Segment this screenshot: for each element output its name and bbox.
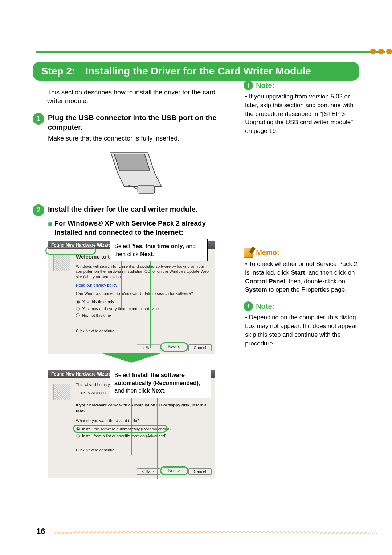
memo: Memo: To check whether or not Service Pa… — [244, 248, 359, 294]
wizard-dialog-2: Select Install the software automaticall… — [48, 370, 215, 478]
step-1-number-icon: 1 — [33, 113, 44, 125]
square-bullet-icon: ■ — [48, 219, 52, 237]
step-title: Installing the Driver for the Card Write… — [85, 65, 311, 77]
dialog-2-footer: < Back Next > Cancel — [48, 465, 215, 478]
cancel-button[interactable]: Cancel — [188, 344, 212, 351]
note-icon: ! — [244, 301, 253, 311]
next-button[interactable]: Next > — [163, 344, 185, 350]
svg-rect-3 — [138, 186, 154, 193]
radio-icon — [76, 427, 80, 431]
memo-text: To check whether or not Service Pack 2 i… — [245, 260, 359, 294]
callout-2-leader — [131, 396, 132, 455]
radio-icon — [76, 434, 80, 438]
radio-no[interactable]: No, not this time — [76, 313, 209, 318]
step-banner: Step 2: Installing the Driver for the Ca… — [33, 62, 359, 81]
svg-marker-1 — [117, 173, 161, 186]
note-2-label: Note: — [256, 302, 274, 311]
dialog-1-footer: < Back Next > Cancel — [48, 341, 215, 354]
right-column: ! Note: If you upgrading from version 5.… — [244, 81, 359, 355]
page-number: 16 — [36, 527, 45, 536]
privacy-link[interactable]: Read our privacy policy — [76, 283, 117, 287]
next-button[interactable]: Next > — [163, 467, 185, 474]
callout-2: Select Install the software automaticall… — [110, 368, 211, 398]
wizard-dialog-1: Select Yes, this time only, and then cli… — [48, 241, 215, 363]
svg-marker-2 — [114, 154, 150, 171]
note-1-text: If you upgrading from version 5.02 or la… — [245, 92, 359, 135]
radio-list[interactable]: Install from a list or specific location… — [76, 433, 209, 439]
radio-yes-always[interactable]: Yes, now and every time I connect a devi… — [76, 306, 209, 312]
note-icon: ! — [244, 81, 253, 90]
note-1-label: Note: — [256, 81, 274, 90]
dialog-1-continue: Click Next to continue. — [76, 328, 209, 334]
cancel-button[interactable]: Cancel — [188, 468, 212, 475]
step-1-title: Plug the USB connector into the USB port… — [48, 113, 229, 132]
laptop-illustration — [97, 149, 166, 197]
wizard-icon — [53, 255, 70, 271]
dialog-2-continue: Click Next to continue. — [76, 447, 209, 453]
back-button[interactable]: < Back — [137, 344, 160, 351]
footer-deco: ◇◇◇◇◇◇◇◇◇◇◇◇◇◇◇◇◇◇◇◇◇◇◇◇◇◇◇◇◇◇◇◇◇◇◇◇◇◇◇◇… — [54, 530, 377, 534]
memo-icon — [244, 248, 253, 258]
radio-auto[interactable]: Install the software automatically (Reco… — [76, 426, 209, 432]
wizard-icon — [53, 384, 70, 400]
step-2-subheading: ■ For Windows® XP with Service Pack 2 al… — [48, 219, 229, 237]
dialog-1-question: Can Windows connect to Windows Update to… — [76, 291, 209, 296]
radio-yes-once[interactable]: Yes, this time only — [76, 299, 209, 305]
step-1: 1 Plug the USB connector into the USB po… — [33, 113, 229, 143]
step-1-text: Make sure that the connector is fully in… — [48, 134, 229, 143]
callout-1-leader — [121, 259, 122, 310]
note-2-text: Depending on the computer, this dialog b… — [245, 313, 359, 348]
note-1: ! Note: If you upgrading from version 5.… — [244, 81, 359, 135]
callout-2-leader-b — [157, 396, 158, 479]
step-2-title: Install the driver for the card writer m… — [48, 204, 229, 214]
radio-icon — [76, 307, 80, 311]
callout-1: Select Yes, this time only, and then cli… — [110, 239, 208, 261]
callout-1-leader-b — [150, 259, 151, 348]
step-2: 2 Install the driver for the card writer… — [33, 204, 229, 216]
dialog-2-cd: If your hardware came with an installati… — [76, 403, 206, 413]
arrow-down-icon — [102, 353, 160, 363]
step-2-number-icon: 2 — [33, 204, 44, 216]
radio-icon — [76, 300, 80, 304]
memo-label: Memo: — [256, 248, 279, 257]
intro-text: This section describes how to install th… — [47, 88, 229, 106]
dialog-2-what: What do you want the wizard to do? — [76, 418, 209, 424]
note-2: ! Note: Depending on the computer, this … — [244, 301, 359, 348]
left-column: This section describes how to install th… — [33, 81, 229, 482]
step-label: Step 2: — [41, 65, 75, 77]
dialog-1-p1: Windows will search for current and upda… — [76, 264, 209, 280]
page-content: Step 2: Installing the Driver for the Ca… — [0, 0, 392, 555]
radio-icon — [76, 313, 80, 317]
